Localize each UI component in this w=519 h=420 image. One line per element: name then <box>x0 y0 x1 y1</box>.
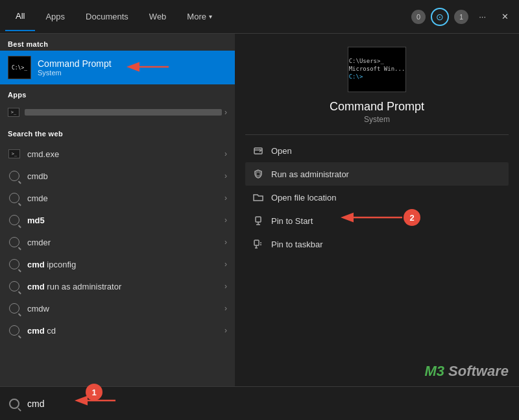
open-location-label: Open file location <box>271 193 336 203</box>
tab-all[interactable]: All <box>5 2 35 31</box>
chevron-right-icon: › <box>224 149 227 158</box>
search-icon <box>8 302 21 315</box>
open-icon <box>252 144 265 157</box>
shield-icon <box>252 167 265 180</box>
chevron-right-icon: › <box>224 238 227 247</box>
result-text-cmdb: cmdb <box>27 171 222 181</box>
cmd-icon: >_ <box>8 147 21 160</box>
app-list-item[interactable]: >_ › <box>0 104 235 121</box>
search-window: All Apps Documents Web More ▾ 0 ⊙ <box>0 0 519 420</box>
action-pin-taskbar[interactable]: Pin to taskbar <box>245 232 509 256</box>
search-icon <box>8 236 21 249</box>
watermark-software: Software <box>444 363 509 379</box>
nav-tabs: All Apps Documents Web More ▾ <box>5 2 411 31</box>
search-results: >_ cmd.exe › cmdb › <box>0 140 235 344</box>
search-circle-icon <box>9 237 19 247</box>
app-list-icon: >_ <box>8 108 19 117</box>
result-item[interactable]: cmdb › <box>0 165 235 187</box>
search-bar <box>0 386 519 420</box>
chevron-right-icon: › <box>224 108 227 117</box>
watermark: M3 Software <box>424 363 509 380</box>
search-circle-icon <box>9 215 19 225</box>
result-text-md5: md5 <box>27 216 222 225</box>
result-text-ipconfig: cmd ipconfig <box>27 260 222 269</box>
result-item[interactable]: cmd run as administrator › <box>0 275 235 297</box>
app-list-bar <box>25 109 222 116</box>
action-run-admin[interactable]: Run as administrator <box>245 162 509 186</box>
tab-apps[interactable]: Apps <box>35 3 75 31</box>
count-badge: 1 <box>454 10 468 24</box>
result-item[interactable]: cmdw › <box>0 297 235 319</box>
chevron-right-icon: › <box>224 326 227 335</box>
pin-start-icon <box>252 214 265 227</box>
search-icon <box>8 191 21 204</box>
tab-web[interactable]: Web <box>139 3 177 31</box>
result-item[interactable]: cmd ipconfig › <box>0 253 235 275</box>
apps-label: Apps <box>0 84 235 101</box>
chevron-right-icon: › <box>224 304 227 313</box>
result-text-cmde: cmde <box>27 193 222 203</box>
nav-right: 0 ⊙ 1 ··· ✕ <box>411 8 514 26</box>
result-text-cmdw: cmdw <box>27 304 222 314</box>
pin-taskbar-icon <box>252 238 265 251</box>
close-button[interactable]: ✕ <box>496 9 514 24</box>
pin-taskbar-label: Pin to taskbar <box>271 240 323 249</box>
best-match-type: System <box>38 69 227 77</box>
left-panel: Best match C:\>_ Command Prompt System A… <box>0 34 235 386</box>
svg-rect-1 <box>256 172 260 176</box>
best-match-item[interactable]: C:\>_ Command Prompt System <box>0 51 235 84</box>
search-circle-icon <box>9 303 19 314</box>
chevron-right-icon: › <box>224 193 227 203</box>
result-item[interactable]: cmd cd › <box>0 319 235 341</box>
close-icon: ✕ <box>501 12 509 21</box>
action-open[interactable]: Open <box>245 139 509 162</box>
open-label: Open <box>271 146 292 156</box>
result-text-cmdcd: cmd cd <box>27 326 222 336</box>
action-open-location[interactable]: Open file location <box>245 186 509 209</box>
result-text-cmder: cmder <box>27 238 222 247</box>
search-icon <box>8 280 21 293</box>
right-panel: C:\Users>_ Microsoft Win... C:\> Command… <box>235 34 519 386</box>
apps-section: >_ › <box>0 101 235 123</box>
svg-rect-2 <box>256 217 261 222</box>
search-circle-icon <box>9 171 19 181</box>
search-circle-icon <box>9 281 19 291</box>
result-item[interactable]: >_ cmd.exe › <box>0 143 235 165</box>
cmd-app-icon: C:\>_ <box>8 56 31 79</box>
search-circle-icon <box>9 325 19 336</box>
best-match-name: Command Prompt <box>38 58 227 69</box>
chevron-down-icon: ▾ <box>209 13 212 20</box>
tab-documents[interactable]: Documents <box>75 3 139 31</box>
result-item[interactable]: cmde › <box>0 187 235 209</box>
notification-badge: 0 <box>411 10 426 24</box>
detail-title: Command Prompt <box>245 100 509 114</box>
action-pin-start[interactable]: Pin to Start <box>245 209 509 232</box>
chevron-right-icon: › <box>224 216 227 225</box>
cortana-icon[interactable]: ⊙ <box>431 8 449 26</box>
top-nav: All Apps Documents Web More ▾ 0 ⊙ <box>0 0 519 34</box>
cmd-exe-icon: >_ <box>8 149 20 158</box>
search-input[interactable] <box>27 399 511 409</box>
best-match-label: Best match <box>0 34 235 51</box>
detail-subtitle: System <box>245 115 509 124</box>
search-icon <box>8 214 21 227</box>
search-icon <box>8 324 21 337</box>
pin-start-label: Pin to Start <box>271 216 313 226</box>
detail-divider <box>245 134 509 135</box>
search-circle-icon <box>9 193 19 203</box>
svg-rect-3 <box>254 240 259 245</box>
result-item[interactable]: md5 › <box>0 209 235 231</box>
search-circle-icon <box>9 259 19 269</box>
chevron-right-icon: › <box>224 282 227 291</box>
more-options-button[interactable]: ··· <box>474 9 491 24</box>
chevron-right-icon: › <box>224 260 227 269</box>
run-admin-label: Run as administrator <box>271 169 349 179</box>
detail-cmd-icon: C:\Users>_ Microsoft Win... C:\> <box>348 47 406 92</box>
result-text-cmdexe: cmd.exe <box>27 149 222 159</box>
tab-more[interactable]: More ▾ <box>176 3 223 31</box>
search-icon <box>8 258 21 271</box>
search-icon <box>8 169 21 182</box>
search-web-label: Search the web <box>0 123 235 140</box>
search-circle-lg-icon <box>9 399 19 409</box>
result-item[interactable]: cmder › <box>0 231 235 253</box>
